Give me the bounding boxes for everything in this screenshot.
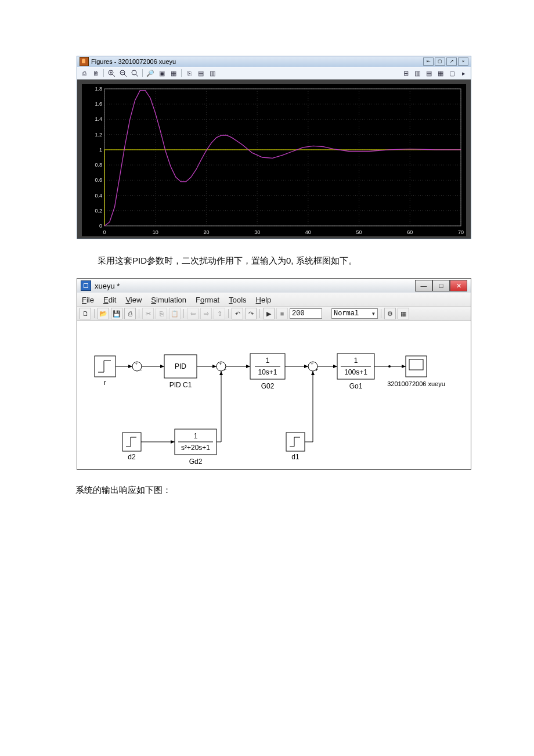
svg-rect-81 [122, 433, 141, 451]
svg-text:PID C1: PID C1 [169, 381, 192, 389]
pan-icon[interactable] [129, 68, 140, 78]
svg-text:60: 60 [407, 229, 413, 235]
svg-text:0.4: 0.4 [95, 193, 102, 199]
svg-text:+: + [219, 361, 222, 367]
svg-text:+: + [223, 367, 226, 373]
svg-text:0.6: 0.6 [95, 177, 102, 183]
print-icon[interactable]: ⎙ [124, 308, 136, 319]
svg-text:70: 70 [458, 229, 464, 235]
new-icon[interactable]: 🗎 [91, 68, 101, 78]
find-icon[interactable]: 🔎 [145, 68, 156, 78]
svg-text:1.4: 1.4 [95, 116, 102, 122]
maximize-icon[interactable]: ▢ [435, 57, 445, 66]
fig2-toolbar: 🗋 📂 💾 ⎙ ✂ ⎘ 📋 ⇦ ⇨ ⇧ ↶ ↷ ▶ ■ Normal▾ ⚙ ▦ [77, 307, 471, 321]
back-icon[interactable]: ⇦ [187, 308, 199, 319]
undock-icon[interactable]: ↗ [446, 57, 457, 66]
sim-mode-dropdown[interactable]: Normal▾ [331, 308, 378, 319]
svg-text:50: 50 [356, 229, 362, 235]
open-icon[interactable]: 📂 [98, 308, 109, 319]
svg-line-5 [124, 74, 127, 77]
close-icon[interactable]: × [458, 57, 468, 66]
svg-rect-27 [104, 89, 461, 226]
layout-float-icon[interactable]: ▢ [447, 68, 457, 78]
close-button[interactable]: ✕ [450, 280, 467, 291]
svg-text:0: 0 [99, 223, 102, 229]
layout-more-icon[interactable]: ▸ [459, 68, 469, 78]
svg-text:1.2: 1.2 [95, 132, 102, 138]
menu-file[interactable]: File [82, 296, 94, 304]
fig2-title: xueyu * [95, 282, 120, 290]
svg-text:10s+1: 10s+1 [258, 368, 277, 376]
menu-help[interactable]: Help [256, 296, 272, 304]
simulink-window: xueyu * — □ ✕ File Edit View Simulation … [77, 278, 471, 470]
fig2-titlebar: xueyu * — □ ✕ [77, 279, 471, 293]
layout-2x2-icon[interactable]: ▦ [435, 68, 446, 78]
forward-icon[interactable]: ⇨ [200, 308, 212, 319]
svg-text:10: 10 [153, 229, 158, 235]
menu-view[interactable]: View [125, 296, 142, 304]
redo-icon[interactable]: ↷ [245, 308, 257, 319]
fig1-titlebar: Figures - 32010072006 xueyu ⇤ ▢ ↗ × [77, 56, 471, 67]
svg-text:0.2: 0.2 [95, 208, 102, 214]
svg-text:1.8: 1.8 [95, 86, 102, 92]
print-icon[interactable]: ⎙ [79, 68, 89, 78]
svg-text:1: 1 [194, 432, 198, 440]
svg-text:1: 1 [266, 357, 270, 365]
simulink-canvas[interactable]: r+−PIDPID C1++110s+1G02++1100s+1Go132010… [77, 321, 471, 469]
svg-text:+: + [311, 361, 313, 367]
paste-icon[interactable]: 📋 [169, 308, 181, 319]
svg-line-8 [136, 74, 138, 77]
svg-text:30: 30 [254, 229, 260, 235]
zoom-in-icon[interactable] [106, 68, 117, 78]
fig1-plot-area: 01020304050607000.20.40.60.811.21.41.61.… [77, 80, 471, 239]
svg-rect-91 [286, 433, 305, 451]
matlab-icon [80, 57, 89, 66]
maximize-button[interactable]: □ [432, 280, 450, 291]
svg-text:d2: d2 [128, 453, 136, 461]
minimize-button[interactable]: — [415, 280, 432, 291]
svg-text:r: r [104, 379, 106, 387]
colorbar-icon[interactable]: ▤ [196, 68, 206, 78]
new-model-icon[interactable]: 🗋 [80, 308, 91, 319]
layout-1x2-icon[interactable]: ▥ [412, 68, 423, 78]
cut-icon[interactable]: ✂ [142, 308, 154, 319]
zoom-out-icon[interactable] [118, 68, 128, 78]
svg-text:s²+20s+1: s²+20s+1 [181, 444, 210, 452]
menu-tools[interactable]: Tools [229, 296, 246, 304]
svg-rect-46 [95, 356, 116, 377]
svg-text:PID: PID [175, 362, 186, 370]
svg-text:d1: d1 [291, 453, 300, 461]
svg-text:0: 0 [103, 229, 106, 235]
copy-icon[interactable]: ⎘ [156, 308, 167, 319]
svg-text:100s+1: 100s+1 [344, 368, 367, 376]
datacursor-icon[interactable]: ▣ [157, 68, 167, 78]
start-sim-icon[interactable]: ▶ [263, 308, 275, 319]
menu-edit[interactable]: Edit [103, 296, 116, 304]
stop-sim-icon[interactable]: ■ [276, 308, 288, 319]
up-icon[interactable]: ⇧ [214, 308, 225, 319]
svg-point-80 [388, 365, 391, 368]
svg-text:0.8: 0.8 [95, 162, 102, 168]
svg-text:+: + [315, 367, 318, 373]
undo-icon[interactable]: ↶ [232, 308, 243, 319]
simulink-icon [81, 280, 91, 291]
paragraph-2: 系统的输出响应如下图： [75, 485, 534, 496]
menu-format[interactable]: Format [196, 296, 219, 304]
layout-2x1-icon[interactable]: ▤ [424, 68, 434, 78]
layout-1x1-icon[interactable]: ⊞ [400, 68, 411, 78]
build-icon[interactable]: ⚙ [384, 308, 396, 319]
chart-svg: 01020304050607000.20.40.60.811.21.41.61.… [82, 84, 466, 236]
link-icon[interactable]: ⎘ [184, 68, 194, 78]
target-icon[interactable]: ▦ [398, 308, 409, 319]
menu-simulation[interactable]: Simulation [151, 296, 186, 304]
brush-icon[interactable]: ▦ [168, 68, 179, 78]
legend-icon[interactable]: ▥ [207, 68, 218, 78]
svg-text:1.6: 1.6 [95, 101, 102, 107]
stop-time-input[interactable] [290, 308, 322, 319]
svg-text:1: 1 [354, 357, 358, 365]
dock-icon[interactable]: ⇤ [423, 57, 434, 66]
save-icon[interactable]: 💾 [111, 308, 122, 319]
svg-text:+: + [135, 361, 138, 367]
paragraph-1: 采用这套PID参数时，二次扰动作用下，置输入为0, 系统框图如下。 [98, 255, 534, 267]
svg-text:Gd2: Gd2 [189, 458, 203, 466]
